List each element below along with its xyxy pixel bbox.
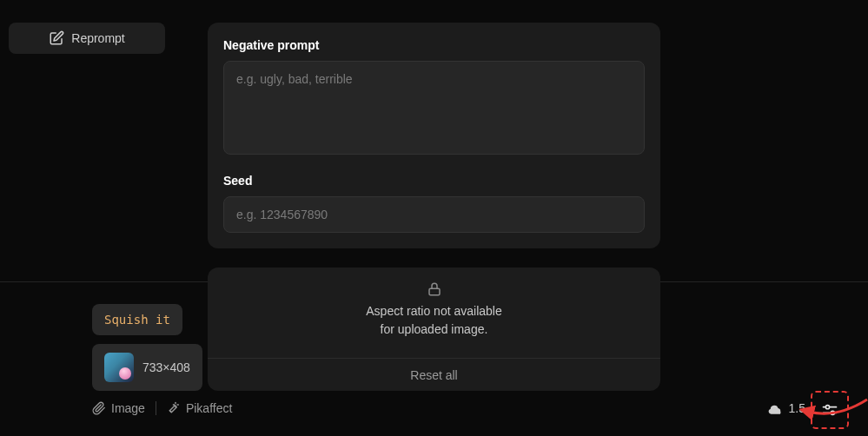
image-dimensions: 733×408 [142, 360, 190, 374]
reprompt-button[interactable]: Reprompt [9, 23, 165, 54]
image-tool[interactable]: Image [92, 401, 145, 415]
svg-rect-0 [429, 288, 440, 295]
aspect-message-line1: Aspect ratio not available [208, 302, 660, 320]
aspect-ratio-panel: Aspect ratio not available for uploaded … [208, 268, 660, 391]
image-chip[interactable]: 733×408 [92, 344, 202, 391]
wand-icon [167, 401, 181, 415]
lock-icon [208, 281, 660, 297]
pikaffect-tool[interactable]: Pikaffect [167, 401, 232, 415]
settings-panel: Negative prompt Seed [208, 23, 660, 248]
pikaffect-label: Pikaffect [186, 401, 232, 415]
seed-input[interactable] [223, 196, 645, 233]
score-value: 1.5 [789, 401, 805, 415]
svg-point-2 [825, 406, 829, 409]
edit-icon [49, 30, 64, 46]
reset-all-button[interactable]: Reset all [208, 358, 660, 391]
score-display: 1.5 [768, 401, 805, 415]
svg-point-4 [831, 411, 834, 414]
seed-label: Seed [223, 174, 645, 188]
prompt-chip-text: Squish it [104, 313, 170, 327]
negative-prompt-label: Negative prompt [223, 38, 645, 52]
paperclip-icon [92, 401, 106, 415]
prompt-chip[interactable]: Squish it [92, 304, 182, 335]
image-tool-label: Image [111, 401, 145, 415]
reset-all-label: Reset all [410, 368, 457, 382]
reprompt-label: Reprompt [71, 31, 124, 45]
settings-sliders-button[interactable] [816, 396, 844, 424]
separator [156, 401, 156, 415]
aspect-message-line2: for uploaded image. [208, 320, 660, 339]
cloud-icon [768, 401, 784, 415]
bottom-toolbar: Image Pikaffect [92, 401, 232, 415]
image-thumbnail [104, 353, 134, 382]
negative-prompt-input[interactable] [223, 61, 645, 155]
sliders-icon [821, 401, 838, 419]
